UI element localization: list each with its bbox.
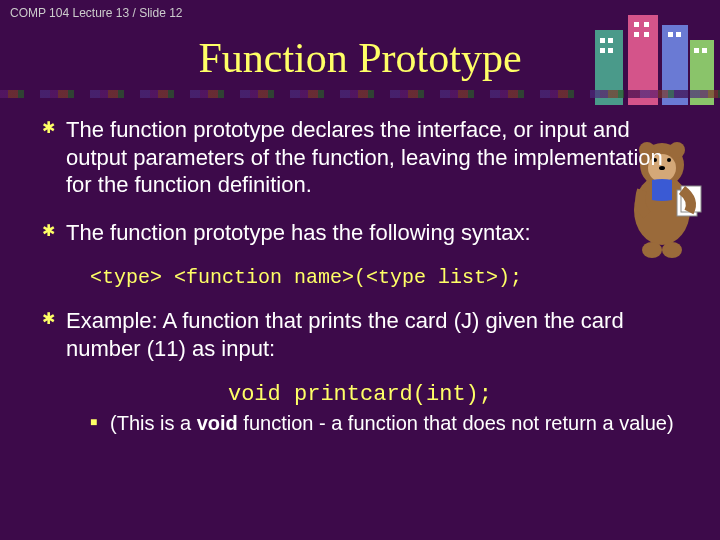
svg-rect-5	[608, 38, 613, 43]
example-code: void printcard(int);	[42, 382, 678, 407]
sub-text-post: function - a function that does not retu…	[238, 412, 674, 434]
svg-rect-14	[694, 48, 699, 53]
svg-rect-4	[600, 38, 605, 43]
svg-rect-13	[676, 32, 681, 37]
syntax-code: <type> <function name>(<type list>);	[90, 266, 678, 289]
svg-rect-12	[668, 32, 673, 37]
svg-rect-8	[634, 22, 639, 27]
bullet-1: The function prototype declares the inte…	[42, 116, 678, 199]
divider-line	[0, 90, 720, 98]
sub-text-bold: void	[197, 412, 238, 434]
svg-rect-11	[644, 32, 649, 37]
sub-bullet-1: (This is a void function - a function th…	[90, 411, 678, 436]
content-area: The function prototype declares the inte…	[0, 116, 720, 436]
svg-rect-7	[608, 48, 613, 53]
svg-rect-15	[702, 48, 707, 53]
svg-rect-10	[634, 32, 639, 37]
svg-rect-9	[644, 22, 649, 27]
bullet-2: The function prototype has the following…	[42, 219, 678, 247]
svg-rect-6	[600, 48, 605, 53]
bullet-3: Example: A function that prints the card…	[42, 307, 678, 362]
sub-text-pre: (This is a	[110, 412, 197, 434]
